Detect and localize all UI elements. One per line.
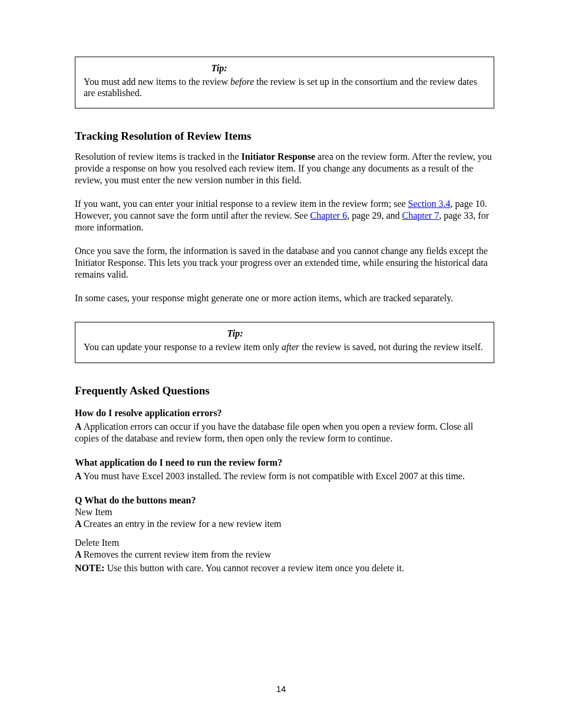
section-9-title: Frequently Asked Questions (75, 384, 494, 397)
section-8-p4: In some cases, your response might gener… (75, 292, 494, 304)
faq-note: NOTE: Use this button with care. You can… (75, 562, 494, 574)
faq-q3-sub1: New Item (75, 507, 494, 518)
faq-q2: What application do I need to run the re… (75, 457, 494, 468)
link-section-3-4[interactable]: Section 3.4 (408, 199, 451, 209)
tip-box-update-response: Tip: You can update your response to a r… (75, 322, 494, 363)
faq-a2: A You must have Excel 2003 installed. Th… (75, 470, 494, 482)
faq-q3-sub2: Delete Item (75, 538, 494, 548)
link-chapter-6[interactable]: Chapter 6 (310, 210, 348, 220)
faq-q1: How do I resolve application errors? (75, 408, 494, 419)
faq-item-1: How do I resolve application errors? A A… (75, 408, 494, 444)
tip1-label: Tip: (0, 63, 485, 74)
tip2-label: Tip: (0, 328, 485, 339)
faq-q3: Q What do the buttons mean? (75, 495, 494, 506)
tip-box-add-items: Tip: You must add new items to the revie… (75, 57, 494, 108)
section-8-title: Tracking Resolution of Review Items (75, 130, 494, 143)
faq-item-2: What application do I need to run the re… (75, 457, 494, 482)
faq-item-3: Q What do the buttons mean? New Item A C… (75, 495, 494, 529)
tip2-text: You can update your response to a review… (84, 341, 485, 353)
faq-a1: A Application errors can occur if you ha… (75, 421, 494, 444)
faq-a3-sub2: A Removes the current review item from t… (75, 549, 494, 560)
page-number: 14 (0, 684, 562, 694)
section-8-p1: Resolution of review items is tracked in… (75, 151, 494, 186)
faq-item-4: Delete Item A Removes the current review… (75, 538, 494, 574)
link-chapter-7[interactable]: Chapter 7 (402, 210, 439, 220)
faq-a3-sub1: A Creates an entry in the review for a n… (75, 519, 494, 529)
section-8-p2: If you want, you can enter your initial … (75, 198, 494, 233)
section-8-p3: Once you save the form, the information … (75, 245, 494, 281)
tip1-text: You must add new items to the review bef… (84, 76, 485, 98)
